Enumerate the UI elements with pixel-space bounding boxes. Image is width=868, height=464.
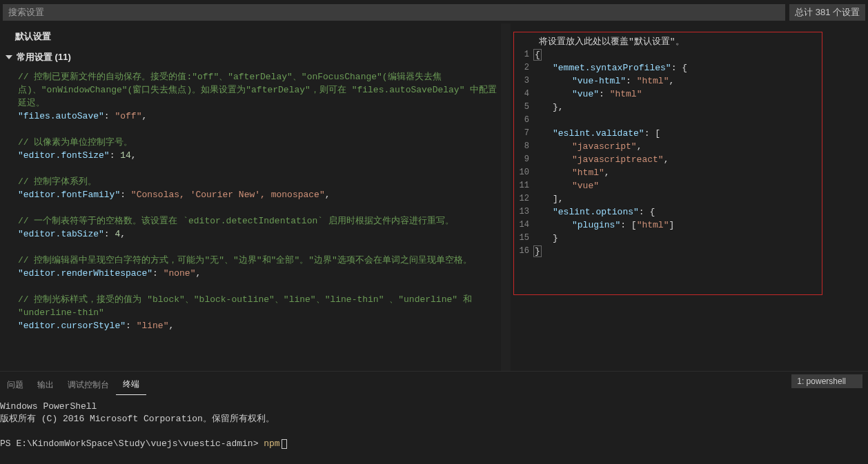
setting-editor-fontfamily: "editor.fontFamily": "Consolas, 'Courier…	[18, 188, 498, 201]
setting-files-autosave: "files.autoSave": "off",	[18, 110, 498, 123]
setting-editor-cursorstyle: "editor.cursorStyle": "line",	[18, 319, 498, 332]
comment: // 控制光标样式，接受的值为 "block"、"block-outline"、…	[18, 293, 498, 319]
comment: // 以像素为单位控制字号。	[18, 136, 498, 149]
terminal-cursor-icon	[282, 439, 287, 449]
comment: // 控制已更新文件的自动保存。接受的值:"off"、"afterDelay"、…	[18, 70, 498, 110]
comment: // 控制编辑器中呈现空白字符的方式，可能为"无"、"边界"和"全部"。"边界"…	[18, 254, 498, 267]
comment: // 一个制表符等于的空格数。该设置在 `editor.detectIndent…	[18, 214, 498, 228]
settings-count-badge: 总计 381 个设置	[789, 4, 865, 21]
setting-editor-tabsize: "editor.tabSize": 4,	[18, 228, 498, 241]
common-settings-group[interactable]: 常用设置 (11)	[0, 47, 511, 70]
tab-debug-console[interactable]: 调试控制台	[61, 375, 116, 395]
line-number-gutter: 1 2 3 4 5 6 7 8 9 10 11 12 13 14 15 16	[514, 35, 533, 290]
terminal-body[interactable]: Windows PowerShell 版权所有 (C) 2016 Microso…	[0, 395, 868, 453]
user-settings-editor[interactable]: 1 2 3 4 5 6 7 8 9 10 11 12 13 14 15 16 将…	[513, 32, 822, 295]
group-title: 常用设置 (11)	[17, 51, 71, 63]
setting-editor-fontsize: "editor.fontSize": 14,	[18, 149, 498, 162]
default-settings-editor[interactable]: // 控制已更新文件的自动保存。接受的值:"off"、"afterDelay"、…	[0, 70, 511, 332]
search-settings-input[interactable]: 搜索设置	[3, 4, 785, 21]
vertical-scrollbar[interactable]	[501, 23, 511, 371]
terminal-line: Windows PowerShell	[0, 401, 865, 413]
tab-output[interactable]: 输出	[30, 375, 61, 395]
chevron-down-icon	[6, 55, 12, 59]
default-settings-title: 默认设置	[0, 23, 511, 47]
comment: // 控制字体系列。	[18, 175, 498, 188]
override-hint: 将设置放入此处以覆盖"默认设置"。	[533, 35, 818, 48]
terminal-prompt-line: PS E:\KindomWorkSpace\Study\vuejs\vuesti…	[0, 438, 865, 450]
terminal-line: 版权所有 (C) 2016 Microsoft Corporation。保留所有…	[0, 413, 865, 425]
setting-editor-renderwhitespace: "editor.renderWhitespace": "none",	[18, 267, 498, 280]
terminal-selector[interactable]: 1: powershell	[791, 374, 862, 388]
tab-terminal[interactable]: 终端	[116, 374, 146, 395]
tab-problems[interactable]: 问题	[0, 375, 30, 395]
